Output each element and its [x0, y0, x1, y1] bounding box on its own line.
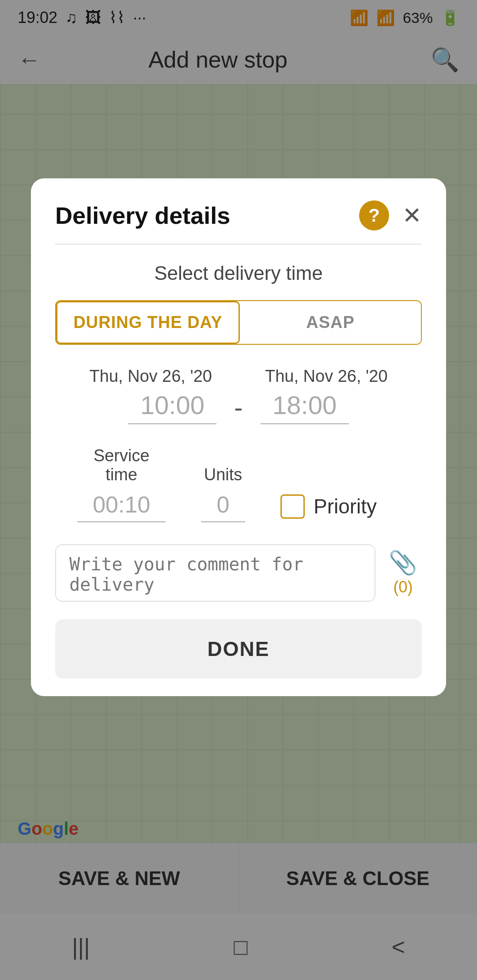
date-row: Thu, Nov 26, '20 Thu, Nov 26, '20 — [55, 367, 422, 386]
priority-label: Priority — [314, 494, 377, 518]
modal-header: Delivery details ? ✕ — [55, 200, 422, 230]
time-from-input[interactable] — [128, 390, 216, 424]
time-to-input[interactable] — [261, 390, 349, 424]
paperclip-icon: 📎 — [389, 549, 417, 576]
modal-divider — [55, 244, 422, 245]
help-button[interactable]: ? — [359, 200, 389, 230]
priority-col: Priority — [280, 494, 377, 522]
modal-header-icons: ? ✕ — [359, 200, 422, 230]
close-button[interactable]: ✕ — [402, 204, 422, 227]
date-to-label: Thu, Nov 26, '20 — [265, 367, 388, 386]
during-day-tab[interactable]: DURING THE DAY — [56, 301, 240, 344]
comment-input[interactable] — [55, 544, 375, 602]
units-label: Units — [204, 465, 242, 484]
time-separator: - — [234, 392, 242, 422]
date-from-label: Thu, Nov 26, '20 — [89, 367, 212, 386]
asap-tab[interactable]: ASAP — [240, 301, 421, 344]
service-row: Servicetime Units Priority — [55, 446, 422, 522]
attachment-button[interactable]: 📎 (0) — [384, 545, 422, 601]
done-button[interactable]: DONE — [55, 619, 422, 678]
service-time-label: Servicetime — [94, 446, 150, 484]
time-row: - — [55, 390, 422, 424]
units-col: Units — [201, 465, 245, 522]
priority-checkbox[interactable] — [280, 494, 305, 519]
modal-title: Delivery details — [55, 202, 230, 229]
units-input[interactable] — [201, 491, 245, 522]
delivery-time-toggle: DURING THE DAY ASAP — [55, 300, 422, 345]
modal-overlay: Delivery details ? ✕ Select delivery tim… — [0, 0, 477, 980]
select-time-label: Select delivery time — [55, 262, 422, 284]
service-time-input[interactable] — [77, 491, 166, 522]
delivery-details-modal: Delivery details ? ✕ Select delivery tim… — [31, 178, 446, 696]
service-time-col: Servicetime — [77, 446, 166, 522]
attachment-count: (0) — [394, 578, 413, 596]
comment-row: 📎 (0) — [55, 544, 422, 602]
